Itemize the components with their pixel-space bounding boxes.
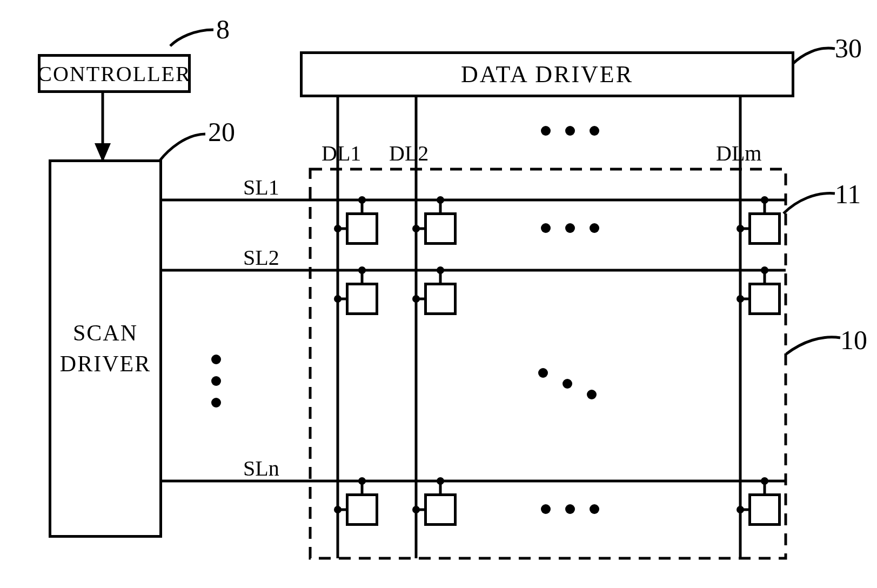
- svg-point-48: [541, 223, 551, 233]
- svg-point-42: [761, 477, 768, 485]
- pixel-r1-cm: [748, 212, 781, 245]
- svg-point-15: [412, 225, 420, 232]
- svg-point-26: [437, 266, 444, 274]
- svg-point-34: [358, 477, 366, 485]
- svg-point-55: [565, 504, 575, 514]
- pixel-r1-c2: [424, 212, 457, 245]
- svg-point-56: [590, 504, 599, 514]
- svg-point-23: [334, 295, 342, 303]
- ref-data-driver: 30: [835, 32, 862, 64]
- pixel-r2-c2: [424, 283, 457, 315]
- svg-point-50: [590, 223, 599, 233]
- svg-point-30: [761, 266, 768, 274]
- svg-point-38: [437, 477, 444, 485]
- label-dl1: DL1: [322, 141, 361, 166]
- label-dlm: DLm: [716, 141, 761, 166]
- svg-point-49: [565, 223, 575, 233]
- svg-point-10: [358, 196, 366, 204]
- ref-scan-driver: 20: [208, 116, 235, 148]
- pixel-r1-c1: [346, 212, 378, 245]
- scan-driver-block: SCAN DRIVER: [49, 159, 162, 538]
- pixel-rn-c1: [346, 493, 378, 526]
- svg-point-53: [587, 390, 597, 399]
- pixel-r2-c1: [346, 283, 378, 315]
- diagram-stage: CONTROLLER DATA DRIVER SCAN DRIVER 8 20 …: [0, 0, 877, 588]
- svg-rect-2: [310, 169, 786, 558]
- svg-point-47: [590, 126, 599, 136]
- svg-point-43: [737, 506, 744, 513]
- svg-point-22: [358, 266, 366, 274]
- svg-point-18: [761, 196, 768, 204]
- pixel-rn-c2: [424, 493, 457, 526]
- label-sln: SLn: [243, 456, 279, 481]
- svg-point-45: [541, 126, 551, 136]
- label-sl2: SL2: [243, 245, 279, 270]
- svg-point-57: [211, 355, 221, 364]
- svg-point-59: [211, 398, 221, 407]
- ref-panel: 10: [840, 324, 867, 356]
- controller-block: CONTROLLER: [38, 54, 191, 93]
- svg-point-46: [565, 126, 575, 136]
- svg-point-27: [412, 295, 420, 303]
- svg-point-31: [737, 295, 744, 303]
- pixel-r2-cm: [748, 283, 781, 315]
- svg-point-11: [334, 225, 342, 232]
- svg-point-52: [563, 379, 572, 389]
- svg-point-54: [541, 504, 551, 514]
- svg-point-19: [737, 225, 744, 232]
- data-driver-label: DATA DRIVER: [461, 61, 633, 88]
- data-driver-block: DATA DRIVER: [300, 51, 794, 97]
- svg-point-58: [211, 376, 221, 386]
- controller-label: CONTROLLER: [37, 61, 191, 86]
- pixel-rn-cm: [748, 493, 781, 526]
- ref-controller: 8: [216, 14, 230, 45]
- svg-point-39: [412, 506, 420, 513]
- svg-point-51: [538, 368, 548, 378]
- svg-point-14: [437, 196, 444, 204]
- label-sl1: SL1: [243, 175, 279, 200]
- svg-point-35: [334, 506, 342, 513]
- scan-driver-label: SCAN DRIVER: [51, 318, 159, 379]
- ref-pixel: 11: [835, 178, 861, 210]
- label-dl2: DL2: [389, 141, 429, 166]
